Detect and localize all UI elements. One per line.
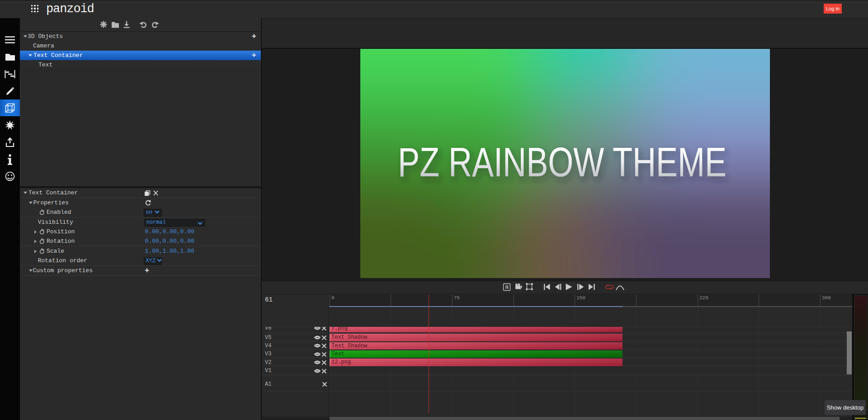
svg-text:PZ RAINBOW THEME: PZ RAINBOW THEME bbox=[398, 140, 726, 185]
